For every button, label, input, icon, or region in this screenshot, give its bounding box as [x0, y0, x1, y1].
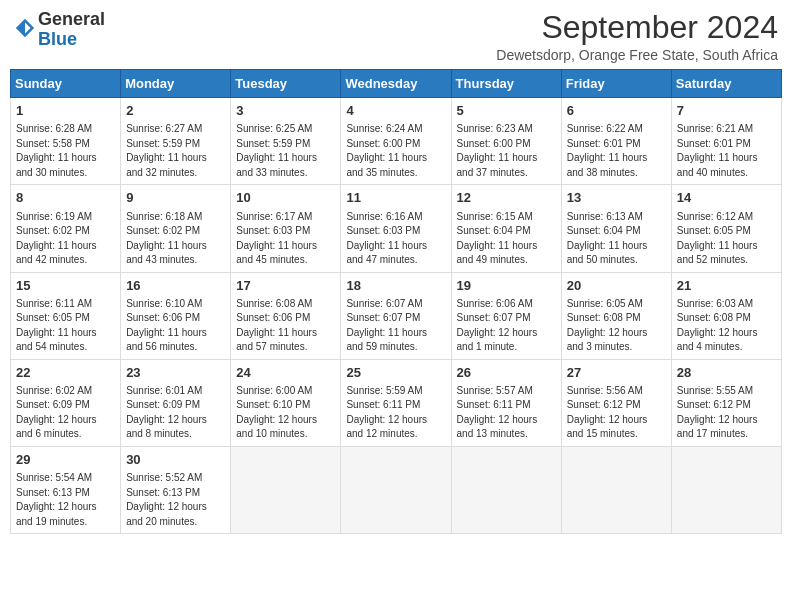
day-info: Sunrise: 6:08 AMSunset: 6:06 PMDaylight:…	[236, 297, 335, 355]
calendar-day-cell: 15Sunrise: 6:11 AMSunset: 6:05 PMDayligh…	[11, 272, 121, 359]
column-header-monday: Monday	[121, 70, 231, 98]
day-number: 2	[126, 102, 225, 120]
day-info: Sunrise: 6:00 AMSunset: 6:10 PMDaylight:…	[236, 384, 335, 442]
day-info: Sunrise: 6:11 AMSunset: 6:05 PMDaylight:…	[16, 297, 115, 355]
day-number: 30	[126, 451, 225, 469]
day-number: 1	[16, 102, 115, 120]
calendar-day-cell: 24Sunrise: 6:00 AMSunset: 6:10 PMDayligh…	[231, 359, 341, 446]
day-number: 12	[457, 189, 556, 207]
calendar-day-cell: 18Sunrise: 6:07 AMSunset: 6:07 PMDayligh…	[341, 272, 451, 359]
day-info: Sunrise: 6:12 AMSunset: 6:05 PMDaylight:…	[677, 210, 776, 268]
logo-text: General Blue	[38, 10, 105, 50]
day-info: Sunrise: 6:18 AMSunset: 6:02 PMDaylight:…	[126, 210, 225, 268]
column-header-sunday: Sunday	[11, 70, 121, 98]
column-header-tuesday: Tuesday	[231, 70, 341, 98]
calendar-day-cell: 5Sunrise: 6:23 AMSunset: 6:00 PMDaylight…	[451, 98, 561, 185]
column-header-wednesday: Wednesday	[341, 70, 451, 98]
day-number: 9	[126, 189, 225, 207]
calendar-day-cell: 16Sunrise: 6:10 AMSunset: 6:06 PMDayligh…	[121, 272, 231, 359]
day-info: Sunrise: 6:27 AMSunset: 5:59 PMDaylight:…	[126, 122, 225, 180]
calendar-week-row: 29Sunrise: 5:54 AMSunset: 6:13 PMDayligh…	[11, 446, 782, 533]
day-number: 24	[236, 364, 335, 382]
day-number: 19	[457, 277, 556, 295]
logo-icon	[14, 17, 36, 39]
day-info: Sunrise: 6:17 AMSunset: 6:03 PMDaylight:…	[236, 210, 335, 268]
calendar-day-cell: 28Sunrise: 5:55 AMSunset: 6:12 PMDayligh…	[671, 359, 781, 446]
day-info: Sunrise: 6:10 AMSunset: 6:06 PMDaylight:…	[126, 297, 225, 355]
day-info: Sunrise: 6:21 AMSunset: 6:01 PMDaylight:…	[677, 122, 776, 180]
calendar-day-cell: 9Sunrise: 6:18 AMSunset: 6:02 PMDaylight…	[121, 185, 231, 272]
day-number: 8	[16, 189, 115, 207]
day-number: 27	[567, 364, 666, 382]
calendar-day-cell: 14Sunrise: 6:12 AMSunset: 6:05 PMDayligh…	[671, 185, 781, 272]
day-number: 10	[236, 189, 335, 207]
day-info: Sunrise: 5:57 AMSunset: 6:11 PMDaylight:…	[457, 384, 556, 442]
calendar-header-row: SundayMondayTuesdayWednesdayThursdayFrid…	[11, 70, 782, 98]
day-info: Sunrise: 6:05 AMSunset: 6:08 PMDaylight:…	[567, 297, 666, 355]
day-number: 11	[346, 189, 445, 207]
calendar-day-cell: 8Sunrise: 6:19 AMSunset: 6:02 PMDaylight…	[11, 185, 121, 272]
day-info: Sunrise: 6:01 AMSunset: 6:09 PMDaylight:…	[126, 384, 225, 442]
day-number: 20	[567, 277, 666, 295]
day-info: Sunrise: 6:16 AMSunset: 6:03 PMDaylight:…	[346, 210, 445, 268]
day-info: Sunrise: 5:59 AMSunset: 6:11 PMDaylight:…	[346, 384, 445, 442]
day-info: Sunrise: 6:25 AMSunset: 5:59 PMDaylight:…	[236, 122, 335, 180]
calendar-day-cell	[671, 446, 781, 533]
day-number: 14	[677, 189, 776, 207]
calendar-day-cell	[561, 446, 671, 533]
calendar-day-cell: 12Sunrise: 6:15 AMSunset: 6:04 PMDayligh…	[451, 185, 561, 272]
calendar-day-cell: 26Sunrise: 5:57 AMSunset: 6:11 PMDayligh…	[451, 359, 561, 446]
calendar-day-cell: 6Sunrise: 6:22 AMSunset: 6:01 PMDaylight…	[561, 98, 671, 185]
calendar-day-cell	[451, 446, 561, 533]
calendar-day-cell: 30Sunrise: 5:52 AMSunset: 6:13 PMDayligh…	[121, 446, 231, 533]
calendar-day-cell: 10Sunrise: 6:17 AMSunset: 6:03 PMDayligh…	[231, 185, 341, 272]
location: Dewetsdorp, Orange Free State, South Afr…	[496, 47, 778, 63]
day-number: 5	[457, 102, 556, 120]
day-info: Sunrise: 6:07 AMSunset: 6:07 PMDaylight:…	[346, 297, 445, 355]
day-info: Sunrise: 6:19 AMSunset: 6:02 PMDaylight:…	[16, 210, 115, 268]
day-info: Sunrise: 6:24 AMSunset: 6:00 PMDaylight:…	[346, 122, 445, 180]
calendar-day-cell	[231, 446, 341, 533]
day-info: Sunrise: 6:03 AMSunset: 6:08 PMDaylight:…	[677, 297, 776, 355]
column-header-saturday: Saturday	[671, 70, 781, 98]
calendar-day-cell: 19Sunrise: 6:06 AMSunset: 6:07 PMDayligh…	[451, 272, 561, 359]
day-number: 25	[346, 364, 445, 382]
day-info: Sunrise: 6:02 AMSunset: 6:09 PMDaylight:…	[16, 384, 115, 442]
calendar-day-cell: 22Sunrise: 6:02 AMSunset: 6:09 PMDayligh…	[11, 359, 121, 446]
calendar-week-row: 8Sunrise: 6:19 AMSunset: 6:02 PMDaylight…	[11, 185, 782, 272]
calendar-day-cell: 29Sunrise: 5:54 AMSunset: 6:13 PMDayligh…	[11, 446, 121, 533]
day-info: Sunrise: 6:15 AMSunset: 6:04 PMDaylight:…	[457, 210, 556, 268]
day-number: 21	[677, 277, 776, 295]
logo: General Blue	[14, 10, 105, 50]
calendar-day-cell: 21Sunrise: 6:03 AMSunset: 6:08 PMDayligh…	[671, 272, 781, 359]
day-info: Sunrise: 5:56 AMSunset: 6:12 PMDaylight:…	[567, 384, 666, 442]
day-info: Sunrise: 6:28 AMSunset: 5:58 PMDaylight:…	[16, 122, 115, 180]
day-info: Sunrise: 6:23 AMSunset: 6:00 PMDaylight:…	[457, 122, 556, 180]
day-info: Sunrise: 5:54 AMSunset: 6:13 PMDaylight:…	[16, 471, 115, 529]
calendar-day-cell	[341, 446, 451, 533]
calendar-week-row: 15Sunrise: 6:11 AMSunset: 6:05 PMDayligh…	[11, 272, 782, 359]
day-number: 28	[677, 364, 776, 382]
calendar-day-cell: 1Sunrise: 6:28 AMSunset: 5:58 PMDaylight…	[11, 98, 121, 185]
calendar-table: SundayMondayTuesdayWednesdayThursdayFrid…	[10, 69, 782, 534]
calendar-day-cell: 4Sunrise: 6:24 AMSunset: 6:00 PMDaylight…	[341, 98, 451, 185]
page-header: General Blue September 2024 Dewetsdorp, …	[10, 10, 782, 63]
month-year: September 2024	[496, 10, 778, 45]
day-number: 29	[16, 451, 115, 469]
calendar-day-cell: 11Sunrise: 6:16 AMSunset: 6:03 PMDayligh…	[341, 185, 451, 272]
day-number: 4	[346, 102, 445, 120]
day-info: Sunrise: 6:22 AMSunset: 6:01 PMDaylight:…	[567, 122, 666, 180]
calendar-day-cell: 2Sunrise: 6:27 AMSunset: 5:59 PMDaylight…	[121, 98, 231, 185]
calendar-week-row: 22Sunrise: 6:02 AMSunset: 6:09 PMDayligh…	[11, 359, 782, 446]
day-number: 18	[346, 277, 445, 295]
day-info: Sunrise: 6:06 AMSunset: 6:07 PMDaylight:…	[457, 297, 556, 355]
column-header-friday: Friday	[561, 70, 671, 98]
day-number: 13	[567, 189, 666, 207]
day-info: Sunrise: 5:55 AMSunset: 6:12 PMDaylight:…	[677, 384, 776, 442]
day-info: Sunrise: 6:13 AMSunset: 6:04 PMDaylight:…	[567, 210, 666, 268]
column-header-thursday: Thursday	[451, 70, 561, 98]
calendar-day-cell: 13Sunrise: 6:13 AMSunset: 6:04 PMDayligh…	[561, 185, 671, 272]
calendar-day-cell: 25Sunrise: 5:59 AMSunset: 6:11 PMDayligh…	[341, 359, 451, 446]
day-number: 7	[677, 102, 776, 120]
calendar-day-cell: 23Sunrise: 6:01 AMSunset: 6:09 PMDayligh…	[121, 359, 231, 446]
